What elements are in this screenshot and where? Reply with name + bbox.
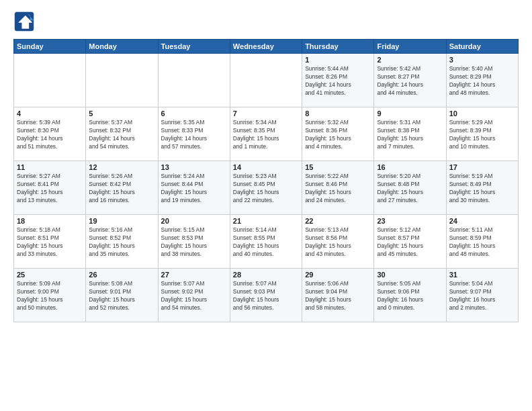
calendar-cell: 26Sunrise: 5:08 AM Sunset: 9:01 PM Dayli…: [86, 269, 158, 322]
day-number: 22: [305, 217, 371, 225]
calendar-cell: 25Sunrise: 5:09 AM Sunset: 9:00 PM Dayli…: [14, 269, 86, 322]
header: [13, 11, 519, 32]
day-detail: Sunrise: 5:07 AM Sunset: 9:03 PM Dayligh…: [233, 280, 299, 312]
day-number: 23: [377, 217, 443, 225]
calendar-cell: 11Sunrise: 5:27 AM Sunset: 8:41 PM Dayli…: [14, 161, 86, 215]
calendar-cell: 10Sunrise: 5:29 AM Sunset: 8:39 PM Dayli…: [446, 107, 518, 161]
calendar-cell: 20Sunrise: 5:15 AM Sunset: 8:53 PM Dayli…: [158, 215, 230, 269]
calendar-table: SundayMondayTuesdayWednesdayThursdayFrid…: [13, 39, 519, 322]
day-number: 20: [161, 217, 227, 225]
calendar-cell: 29Sunrise: 5:06 AM Sunset: 9:04 PM Dayli…: [302, 269, 374, 322]
day-number: 13: [161, 163, 227, 171]
day-number: 21: [233, 217, 299, 225]
day-detail: Sunrise: 5:15 AM Sunset: 8:53 PM Dayligh…: [161, 226, 227, 259]
day-detail: Sunrise: 5:35 AM Sunset: 8:33 PM Dayligh…: [161, 119, 227, 151]
day-detail: Sunrise: 5:12 AM Sunset: 8:57 PM Dayligh…: [377, 226, 443, 259]
calendar-cell: 15Sunrise: 5:22 AM Sunset: 8:46 PM Dayli…: [302, 161, 374, 215]
day-detail: Sunrise: 5:18 AM Sunset: 8:51 PM Dayligh…: [17, 226, 83, 259]
day-detail: Sunrise: 5:14 AM Sunset: 8:55 PM Dayligh…: [233, 226, 299, 259]
day-number: 31: [449, 271, 515, 279]
day-number: 25: [17, 271, 83, 279]
calendar-cell: 14Sunrise: 5:23 AM Sunset: 8:45 PM Dayli…: [230, 161, 302, 215]
calendar-cell: [158, 54, 230, 107]
week-row-4: 18Sunrise: 5:18 AM Sunset: 8:51 PM Dayli…: [14, 215, 519, 269]
weekday-header-saturday: Saturday: [446, 40, 518, 54]
day-number: 8: [305, 109, 371, 118]
week-row-3: 11Sunrise: 5:27 AM Sunset: 8:41 PM Dayli…: [14, 161, 519, 215]
week-row-2: 4Sunrise: 5:39 AM Sunset: 8:30 PM Daylig…: [14, 107, 519, 161]
calendar-cell: 18Sunrise: 5:18 AM Sunset: 8:51 PM Dayli…: [14, 215, 86, 269]
calendar-cell: 12Sunrise: 5:26 AM Sunset: 8:42 PM Dayli…: [86, 161, 158, 215]
day-detail: Sunrise: 5:31 AM Sunset: 8:38 PM Dayligh…: [377, 119, 443, 151]
day-number: 14: [233, 163, 299, 171]
day-detail: Sunrise: 5:08 AM Sunset: 9:01 PM Dayligh…: [89, 280, 154, 312]
day-detail: Sunrise: 5:40 AM Sunset: 8:29 PM Dayligh…: [449, 65, 515, 97]
day-number: 9: [377, 109, 443, 118]
calendar-cell: 30Sunrise: 5:05 AM Sunset: 9:06 PM Dayli…: [374, 269, 446, 322]
day-detail: Sunrise: 5:05 AM Sunset: 9:06 PM Dayligh…: [377, 280, 443, 312]
weekday-header-tuesday: Tuesday: [158, 40, 230, 54]
day-number: 17: [449, 163, 515, 171]
calendar-cell: 24Sunrise: 5:11 AM Sunset: 8:59 PM Dayli…: [446, 215, 518, 269]
day-number: 6: [161, 109, 227, 118]
weekday-header-thursday: Thursday: [302, 40, 374, 54]
day-number: 24: [449, 217, 515, 225]
day-detail: Sunrise: 5:20 AM Sunset: 8:48 PM Dayligh…: [377, 173, 443, 205]
day-number: 11: [17, 163, 83, 171]
logo-icon: [13, 11, 35, 32]
day-detail: Sunrise: 5:04 AM Sunset: 9:07 PM Dayligh…: [449, 280, 515, 312]
calendar-cell: 8Sunrise: 5:32 AM Sunset: 8:36 PM Daylig…: [302, 107, 374, 161]
day-number: 3: [449, 56, 515, 64]
day-detail: Sunrise: 5:09 AM Sunset: 9:00 PM Dayligh…: [17, 280, 83, 312]
calendar-cell: 16Sunrise: 5:20 AM Sunset: 8:48 PM Dayli…: [374, 161, 446, 215]
calendar-cell: [86, 54, 158, 107]
weekday-header-row: SundayMondayTuesdayWednesdayThursdayFrid…: [14, 40, 519, 54]
day-detail: Sunrise: 5:27 AM Sunset: 8:41 PM Dayligh…: [17, 173, 83, 205]
calendar-cell: 2Sunrise: 5:42 AM Sunset: 8:27 PM Daylig…: [374, 54, 446, 107]
week-row-1: 1Sunrise: 5:44 AM Sunset: 8:26 PM Daylig…: [14, 54, 519, 107]
day-detail: Sunrise: 5:06 AM Sunset: 9:04 PM Dayligh…: [305, 280, 371, 312]
calendar-cell: [14, 54, 86, 107]
day-detail: Sunrise: 5:37 AM Sunset: 8:32 PM Dayligh…: [89, 119, 154, 151]
day-detail: Sunrise: 5:19 AM Sunset: 8:49 PM Dayligh…: [449, 173, 515, 205]
day-number: 16: [377, 163, 443, 171]
day-detail: Sunrise: 5:07 AM Sunset: 9:02 PM Dayligh…: [161, 280, 227, 312]
day-detail: Sunrise: 5:22 AM Sunset: 8:46 PM Dayligh…: [305, 173, 371, 205]
day-number: 30: [377, 271, 443, 279]
logo: [13, 11, 38, 32]
calendar-cell: 7Sunrise: 5:34 AM Sunset: 8:35 PM Daylig…: [230, 107, 302, 161]
calendar-cell: 1Sunrise: 5:44 AM Sunset: 8:26 PM Daylig…: [302, 54, 374, 107]
day-number: 15: [305, 163, 371, 171]
day-detail: Sunrise: 5:16 AM Sunset: 8:52 PM Dayligh…: [89, 226, 154, 259]
day-detail: Sunrise: 5:32 AM Sunset: 8:36 PM Dayligh…: [305, 119, 371, 151]
calendar-cell: 31Sunrise: 5:04 AM Sunset: 9:07 PM Dayli…: [446, 269, 518, 322]
day-number: 1: [305, 56, 371, 64]
calendar-cell: 21Sunrise: 5:14 AM Sunset: 8:55 PM Dayli…: [230, 215, 302, 269]
calendar-cell: 4Sunrise: 5:39 AM Sunset: 8:30 PM Daylig…: [14, 107, 86, 161]
day-number: 18: [17, 217, 83, 225]
day-detail: Sunrise: 5:29 AM Sunset: 8:39 PM Dayligh…: [449, 119, 515, 151]
weekday-header-wednesday: Wednesday: [230, 40, 302, 54]
day-detail: Sunrise: 5:24 AM Sunset: 8:44 PM Dayligh…: [161, 173, 227, 205]
day-number: 5: [89, 109, 154, 118]
day-number: 29: [305, 271, 371, 279]
calendar-cell: 17Sunrise: 5:19 AM Sunset: 8:49 PM Dayli…: [446, 161, 518, 215]
day-detail: Sunrise: 5:26 AM Sunset: 8:42 PM Dayligh…: [89, 173, 154, 205]
day-number: 10: [449, 109, 515, 118]
calendar-cell: 13Sunrise: 5:24 AM Sunset: 8:44 PM Dayli…: [158, 161, 230, 215]
day-number: 12: [89, 163, 154, 171]
day-detail: Sunrise: 5:42 AM Sunset: 8:27 PM Dayligh…: [377, 65, 443, 97]
calendar-cell: [230, 54, 302, 107]
weekday-header-monday: Monday: [86, 40, 158, 54]
calendar-cell: 6Sunrise: 5:35 AM Sunset: 8:33 PM Daylig…: [158, 107, 230, 161]
weekday-header-friday: Friday: [374, 40, 446, 54]
calendar-cell: 9Sunrise: 5:31 AM Sunset: 8:38 PM Daylig…: [374, 107, 446, 161]
day-detail: Sunrise: 5:39 AM Sunset: 8:30 PM Dayligh…: [17, 119, 83, 151]
day-number: 26: [89, 271, 154, 279]
calendar-cell: 27Sunrise: 5:07 AM Sunset: 9:02 PM Dayli…: [158, 269, 230, 322]
day-number: 27: [161, 271, 227, 279]
weekday-header-sunday: Sunday: [14, 40, 86, 54]
week-row-5: 25Sunrise: 5:09 AM Sunset: 9:00 PM Dayli…: [14, 269, 519, 322]
calendar-cell: 3Sunrise: 5:40 AM Sunset: 8:29 PM Daylig…: [446, 54, 518, 107]
day-detail: Sunrise: 5:23 AM Sunset: 8:45 PM Dayligh…: [233, 173, 299, 205]
